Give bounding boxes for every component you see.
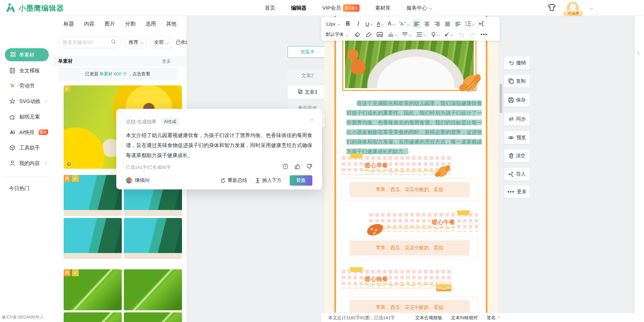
sidebar-item-tool-assistant[interactable]: 工具助手 bbox=[0, 141, 53, 154]
more-action-button[interactable]: ••• 更多 bbox=[504, 185, 530, 198]
meal-menu-dinner[interactable]: 苹果、西瓜、花花牛酸奶、蛋挞 bbox=[342, 296, 477, 313]
nav-home[interactable]: 首页 bbox=[265, 5, 275, 11]
insert-below-button[interactable]: 插入下方 bbox=[255, 177, 281, 184]
continue-ask-button[interactable]: 继续问 bbox=[126, 177, 149, 184]
article-tab-3-active[interactable]: 文章3 bbox=[288, 85, 328, 99]
material-card-leaf[interactable]: 商 ✓ bbox=[64, 269, 122, 310]
filter-recommend[interactable]: 推荐 bbox=[125, 37, 147, 48]
collapse-corner-button[interactable] bbox=[443, 30, 454, 39]
meal-menu-lunch[interactable]: 苹果、西瓜、花花牛酸奶、蛋挞 bbox=[342, 237, 477, 259]
highlight-lamp-button[interactable] bbox=[430, 30, 440, 39]
align-justify-button[interactable] bbox=[443, 19, 452, 28]
text-case-button[interactable]: A bbox=[387, 19, 396, 28]
commercial-badge: 商 bbox=[64, 175, 71, 182]
vip-promo-badge: 买1送1 bbox=[343, 4, 359, 12]
collapse-left-icon[interactable] bbox=[637, 51, 641, 55]
letter-spacing-button[interactable]: A bbox=[398, 19, 410, 28]
italic-button[interactable]: I bbox=[354, 19, 362, 28]
meal-menu-breakfast[interactable]: 苹果、西瓜、花花牛酸奶、蛋挞 bbox=[342, 178, 477, 201]
import-action-button[interactable]: 导入 bbox=[504, 168, 530, 180]
bold-button[interactable]: B bbox=[344, 19, 352, 28]
material-card-leaf[interactable] bbox=[64, 312, 122, 322]
format-painter-icon[interactable] bbox=[364, 30, 373, 39]
sidebar-item-stickers[interactable]: 贴纸元素 bbox=[0, 110, 53, 123]
indent-button[interactable] bbox=[454, 19, 462, 28]
user-menu-chevron-icon[interactable] bbox=[590, 6, 593, 10]
copy-action-button[interactable]: 复制 bbox=[504, 75, 530, 87]
nav-editor[interactable]: 编辑器 bbox=[291, 5, 307, 11]
tab-selected[interactable]: 选用 bbox=[146, 21, 156, 27]
search-icon[interactable] bbox=[111, 39, 116, 46]
search-box[interactable] bbox=[57, 37, 121, 48]
align-center-button[interactable] bbox=[423, 19, 431, 28]
font-size-select[interactable]: 12px bbox=[324, 21, 342, 27]
logo[interactable]: 小墨鹰编辑器 bbox=[6, 3, 64, 14]
user-avatar[interactable]: V2金牌 bbox=[567, 0, 580, 16]
preview-action-button[interactable]: 预览 bbox=[504, 131, 530, 144]
more-dots-icon: ••• bbox=[507, 189, 515, 195]
line-height-button[interactable] bbox=[464, 19, 475, 28]
undo-action-button[interactable]: 撤销 bbox=[504, 56, 530, 69]
nav-vip[interactable]: VIP会员买1送1 bbox=[322, 4, 359, 12]
history-clock-icon[interactable] bbox=[282, 164, 288, 171]
font-family-select[interactable]: 默认字体 bbox=[324, 31, 350, 38]
margin-bottom-button[interactable] bbox=[401, 30, 412, 39]
material-card-leaf[interactable] bbox=[124, 312, 182, 322]
filter-all[interactable]: 全部 bbox=[150, 37, 172, 48]
tab-divider[interactable]: 分割 bbox=[125, 21, 136, 27]
material-card-beach[interactable] bbox=[64, 218, 122, 259]
sidebar-item-single-material[interactable]: 单素材 bbox=[5, 48, 49, 61]
tab-content[interactable]: 内容 bbox=[84, 21, 95, 27]
more-link[interactable]: 更多 bbox=[162, 58, 171, 64]
editor-scrollbar[interactable] bbox=[500, 84, 502, 113]
close-icon[interactable]: × bbox=[310, 116, 314, 124]
thumbs-down-icon[interactable] bbox=[307, 164, 312, 171]
signature-toggle[interactable]: 签名 bbox=[487, 315, 500, 321]
margin-top-button[interactable] bbox=[387, 30, 398, 39]
thumbs-up-icon[interactable] bbox=[294, 164, 300, 171]
font-color-button[interactable]: A bbox=[376, 19, 385, 28]
redo-button[interactable] bbox=[468, 30, 476, 39]
eraser-icon[interactable] bbox=[353, 30, 361, 39]
nav-material-library[interactable]: 素材库 bbox=[375, 5, 391, 11]
editor-page[interactable]: 在这个充满阳光和欢笑的幼儿园里，我们深知健康饮食对孩子们成长的重要性。因此，我们… bbox=[324, 16, 498, 313]
regenerate-button[interactable]: 重新总结 bbox=[221, 177, 247, 184]
sync-action-button[interactable]: 同步 bbox=[504, 113, 530, 125]
undo-button[interactable] bbox=[457, 30, 465, 39]
clear-format-exit-button[interactable] bbox=[477, 19, 486, 28]
sidebar-item-my-content[interactable]: 我的内容 bbox=[0, 157, 53, 170]
sidebar-item-svg-effects[interactable]: s SVG动效 bbox=[0, 95, 53, 108]
compliance-check-link[interactable]: 文本合规校验 bbox=[415, 315, 442, 321]
sidebar-item-ai-layout[interactable]: Ai AI快排 限免 bbox=[0, 126, 53, 139]
proofread-link[interactable]: 文本纠错校对 bbox=[451, 315, 478, 321]
clear-action-button[interactable]: 清空 bbox=[504, 149, 530, 162]
meal-header-lunch[interactable]: 暖心午餐 bbox=[369, 213, 478, 232]
tab-other[interactable]: 其他 bbox=[166, 21, 176, 27]
search-input[interactable] bbox=[63, 40, 111, 45]
article-paragraph[interactable]: 在这个充满阳光和欢笑的幼儿园里，我们深知健康饮食对孩子们成长的重要性。因此，我们… bbox=[346, 98, 482, 156]
filter-favorited[interactable]: 已收藏 bbox=[176, 39, 187, 45]
toolbar-more-button[interactable]: ••• bbox=[480, 30, 489, 39]
align-right-button[interactable] bbox=[433, 19, 441, 28]
tab-title[interactable]: 标题 bbox=[64, 21, 74, 27]
article-tab-2[interactable]: 文章2 bbox=[288, 69, 328, 82]
sidebar-item-labor-day[interactable]: 劳动节 bbox=[0, 79, 53, 92]
sidebar-item-templates[interactable]: 全文模板 bbox=[0, 64, 53, 77]
material-card-beach[interactable]: 商 ✓ bbox=[64, 175, 122, 216]
paragraph-indent-button[interactable] bbox=[415, 30, 427, 39]
insert-image-button[interactable] bbox=[376, 30, 384, 39]
underline-button[interactable]: U bbox=[364, 19, 374, 28]
tab-image[interactable]: 图片 bbox=[105, 21, 115, 27]
top-header: 小墨鹰编辑器 首页 编辑器 VIP会员买1送1 素材库 服务中心 V2金牌 bbox=[0, 0, 644, 16]
align-left-button[interactable] bbox=[412, 19, 421, 28]
material-card-leaf[interactable] bbox=[124, 269, 182, 310]
material-card-beach[interactable] bbox=[124, 218, 182, 259]
nav-service-center[interactable]: 服务中心 bbox=[407, 5, 432, 11]
update-banner[interactable]: 已更新单素材 600 个，点击查看 bbox=[58, 67, 177, 81]
toolbar-row-1: 12px B I U A A A bbox=[324, 19, 497, 29]
edit-icon bbox=[298, 89, 303, 95]
save-action-button[interactable]: 保存 bbox=[504, 94, 530, 106]
replace-button[interactable]: 替换 bbox=[290, 175, 312, 186]
article-tab-old-version[interactable]: 老版本 bbox=[288, 46, 328, 58]
clothes-icon[interactable] bbox=[547, 3, 556, 13]
